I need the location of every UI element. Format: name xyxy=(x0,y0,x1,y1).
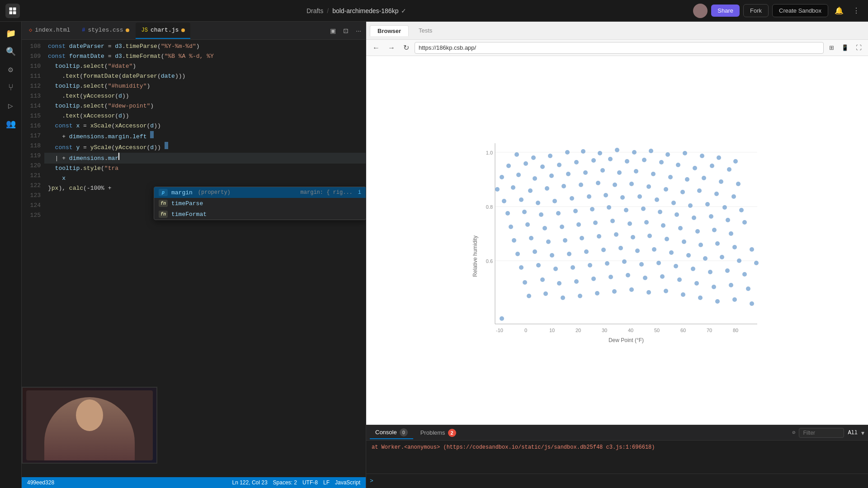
files-icon[interactable]: 📁 xyxy=(3,25,19,42)
svg-text:0.6: 0.6 xyxy=(486,258,493,264)
forward-button[interactable]: → xyxy=(385,43,398,53)
language[interactable]: JavaScript xyxy=(335,479,360,486)
svg-point-42 xyxy=(608,157,613,161)
svg-point-151 xyxy=(720,255,724,259)
svg-point-30 xyxy=(649,149,653,153)
svg-point-157 xyxy=(571,265,575,270)
svg-point-149 xyxy=(686,253,691,258)
fullscreen-icon[interactable]: ⛶ xyxy=(853,43,864,52)
svg-point-183 xyxy=(543,291,548,296)
share-button[interactable]: Share xyxy=(711,5,740,17)
svg-point-53 xyxy=(549,174,554,178)
svg-point-69 xyxy=(561,184,566,188)
back-button[interactable]: ← xyxy=(370,43,382,53)
avatar[interactable] xyxy=(693,4,708,18)
ac-label-margin: margin xyxy=(171,189,193,196)
svg-point-158 xyxy=(588,263,592,267)
svg-point-54 xyxy=(566,172,571,176)
svg-point-129 xyxy=(597,234,601,239)
breadcrumb-sep: / xyxy=(327,7,329,14)
svg-point-48 xyxy=(710,164,714,168)
ac-info-icon[interactable]: i xyxy=(358,189,361,196)
search-icon[interactable]: 🔍 xyxy=(3,43,19,60)
svg-point-195 xyxy=(750,301,754,306)
console-prompt[interactable]: > xyxy=(366,474,868,488)
svg-point-170 xyxy=(557,281,561,286)
split-icon[interactable]: ⊡ xyxy=(340,24,351,37)
svg-point-190 xyxy=(664,289,668,293)
ac-preview-margin: margin: { rig... xyxy=(301,189,353,196)
svg-point-196 xyxy=(500,316,504,321)
more-icon[interactable]: ⋮ xyxy=(850,4,863,18)
open-external-icon[interactable]: ⊞ xyxy=(826,43,837,52)
console-tab[interactable]: Console 0 xyxy=(370,427,413,439)
ac-item-margin[interactable]: p margin (property) margin: { rig... i xyxy=(154,187,366,198)
svg-point-147 xyxy=(652,247,656,252)
layout-icon[interactable]: ▣ xyxy=(327,24,339,37)
svg-point-115 xyxy=(593,221,598,225)
code-line-109: const formatDate = d3.timeFormat("%B %A … xyxy=(44,52,366,61)
svg-point-102 xyxy=(624,208,628,212)
svg-point-29 xyxy=(632,150,637,155)
code-line-120: + dimensions.margin.left xyxy=(44,131,366,142)
svg-rect-0 xyxy=(9,7,13,10)
users-icon[interactable]: 👥 xyxy=(3,116,19,132)
ac-item-timeformat[interactable]: fn timeFormat xyxy=(154,209,366,220)
svg-point-26 xyxy=(581,149,585,154)
run-icon[interactable]: ▷ xyxy=(3,98,19,114)
svg-point-100 xyxy=(590,207,594,211)
svg-point-74 xyxy=(646,184,651,189)
svg-text:20: 20 xyxy=(576,328,581,333)
drafts-link[interactable]: Drafts xyxy=(307,7,323,14)
tab-chart-js[interactable]: JS chart.js xyxy=(136,23,190,39)
svg-point-96 xyxy=(522,210,527,214)
filter-input[interactable] xyxy=(799,428,844,438)
bell-icon[interactable]: 🔔 xyxy=(832,4,846,18)
svg-point-146 xyxy=(635,249,640,253)
spaces[interactable]: Spaces: 2 xyxy=(273,479,297,486)
svg-point-78 xyxy=(714,192,719,196)
browser-tab[interactable]: Browser xyxy=(370,25,409,36)
fork-button[interactable]: Fork xyxy=(743,4,769,17)
more-tabs-icon[interactable]: ··· xyxy=(353,24,364,37)
encoding[interactable]: UTF-8 xyxy=(302,479,318,486)
tab-styles-css[interactable]: # styles.css xyxy=(76,23,135,39)
problems-tab[interactable]: Problems 2 xyxy=(415,427,462,439)
main-layout: 📁 🔍 ⚙ ⑂ ▷ 👥 ◇ index.html # styles.css JS… xyxy=(0,22,868,488)
url-bar[interactable] xyxy=(415,42,824,54)
svg-text:0: 0 xyxy=(524,328,527,333)
svg-text:1.0: 1.0 xyxy=(486,150,493,155)
console-badge: 0 xyxy=(400,428,408,436)
settings-icon[interactable]: ⚙ xyxy=(3,61,19,78)
svg-point-108 xyxy=(726,218,730,222)
ln-col[interactable]: Ln 122, Col 23 xyxy=(232,479,268,486)
svg-point-44 xyxy=(642,158,646,162)
svg-point-145 xyxy=(618,246,623,250)
phone-icon[interactable]: 📱 xyxy=(839,43,851,52)
filter-dropdown[interactable]: ▾ xyxy=(861,429,864,436)
svg-point-68 xyxy=(545,186,549,191)
eol[interactable]: LF xyxy=(323,479,330,486)
svg-point-175 xyxy=(643,276,647,280)
ac-item-timeparse[interactable]: fn timeParse xyxy=(154,198,366,209)
topbar: Drafts / bold-archimedes-186kp ✓ Share F… xyxy=(0,0,868,22)
svg-point-86 xyxy=(604,193,608,197)
svg-point-60 xyxy=(668,175,673,179)
svg-point-101 xyxy=(607,205,611,210)
create-sandbox-button[interactable]: Create Sandbox xyxy=(772,4,828,17)
svg-point-172 xyxy=(591,277,596,281)
git-icon[interactable]: ⑂ xyxy=(3,80,19,96)
svg-point-105 xyxy=(675,212,679,217)
svg-point-156 xyxy=(553,267,558,271)
svg-point-85 xyxy=(587,194,591,199)
svg-point-171 xyxy=(574,279,579,284)
tests-tab[interactable]: Tests xyxy=(411,25,439,36)
svg-point-87 xyxy=(620,195,625,200)
svg-point-139 xyxy=(515,252,520,256)
refresh-button[interactable]: ↻ xyxy=(401,42,412,53)
code-line-121: const y = yScale(yAccessor(d)) xyxy=(44,142,366,153)
code-line-116: tooltip.select("#dew-point") xyxy=(44,101,366,111)
tab-index-html[interactable]: ◇ index.html xyxy=(24,23,75,39)
svg-point-80 xyxy=(502,199,506,203)
svg-point-153 xyxy=(754,261,759,265)
